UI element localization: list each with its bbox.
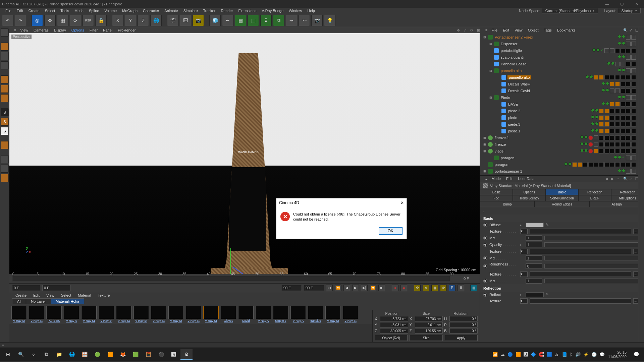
poly-mode-icon[interactable] (1, 94, 9, 102)
color-picker-icon[interactable]: ✎ (546, 223, 551, 227)
grid2-icon[interactable] (1, 165, 9, 173)
param-expand-icon[interactable]: ▸ (520, 243, 524, 246)
mat-menu-texture[interactable]: Texture (94, 293, 113, 298)
tag-icon[interactable] (621, 88, 625, 93)
tag-icon[interactable] (626, 149, 631, 154)
tag-icon[interactable] (599, 109, 604, 113)
tag-icon[interactable] (578, 162, 582, 167)
taskbar-app-icon[interactable]: 🟩 (129, 349, 142, 360)
taskbar-app-icon[interactable]: 🅰 (168, 349, 180, 360)
tag-icon[interactable] (631, 88, 636, 93)
tag-icon[interactable] (588, 135, 593, 140)
goto-end-icon[interactable]: ⏭ (378, 285, 385, 291)
prev-frame-icon[interactable]: ◀ (343, 285, 350, 291)
param-slider[interactable] (544, 279, 641, 283)
vis-editor-icon[interactable] (564, 162, 568, 166)
attr-tab-round-edges[interactable]: Round Edges (535, 201, 589, 207)
tag-icon[interactable] (626, 68, 631, 73)
point-mode-icon[interactable] (1, 75, 9, 83)
vis-render-icon[interactable] (595, 109, 598, 112)
param-enable-radio[interactable] (483, 256, 487, 260)
param-value-field[interactable]: 1 (526, 278, 542, 284)
coord-size-select[interactable]: Size (410, 335, 442, 341)
attr-collapse-icon[interactable]: ⌄ (480, 207, 644, 215)
view-rotate-icon[interactable]: ⟳ (468, 27, 473, 33)
tag-icon[interactable] (599, 122, 604, 127)
attr-tab-options[interactable]: Options (513, 189, 546, 195)
tag-icon[interactable] (615, 82, 620, 86)
model-mode-icon[interactable] (1, 43, 9, 51)
vis-editor-icon[interactable] (614, 156, 617, 159)
tag-icon[interactable] (615, 48, 620, 53)
tray-icon[interactable]: ⚡ (583, 352, 589, 357)
instance-icon[interactable]: ⧉ (273, 15, 284, 26)
param-value-field[interactable]: 1 (526, 235, 542, 241)
vis-editor-icon[interactable] (580, 149, 584, 152)
vis-render-icon[interactable] (606, 82, 609, 85)
tag-icon[interactable] (604, 149, 609, 154)
enable-check-icon[interactable]: ✓ (600, 48, 604, 52)
material-swatch[interactable]: PLASTIC (46, 306, 62, 322)
object-row[interactable]: piede.1 (482, 128, 643, 134)
tag-icon[interactable] (626, 35, 631, 40)
tree-twisty-icon[interactable]: ⊟ (489, 69, 493, 72)
viewmenu-filter[interactable]: Filter (87, 27, 100, 33)
key-sel-icon[interactable]: ⚙ (414, 285, 421, 291)
material-swatch[interactable]: V-Ray St (29, 306, 44, 322)
viewmenu-view[interactable]: View (17, 27, 31, 33)
vis-render-icon[interactable] (622, 169, 625, 172)
mat-menu-material[interactable]: Material (74, 293, 94, 298)
prev-key-icon[interactable]: ⏪ (335, 285, 341, 291)
taskbar-app-icon[interactable]: 🟧 (104, 349, 116, 360)
tag-icon[interactable] (631, 42, 636, 46)
vis-render-icon[interactable] (622, 68, 625, 72)
material-swatch[interactable]: simple c (273, 306, 288, 322)
object-row[interactable]: paragon✓ (482, 155, 643, 161)
tray-icon[interactable]: 🟧 (516, 352, 521, 357)
menu-mograph[interactable]: MoGraph (119, 8, 140, 13)
tag-icon[interactable] (588, 162, 593, 167)
enable-check-icon[interactable]: ✓ (622, 156, 625, 159)
taskbar-app-icon[interactable]: 🦊 (117, 349, 129, 360)
next-key-icon[interactable]: ⏩ (370, 285, 376, 291)
attr-tab-bump[interactable]: Bump (480, 201, 535, 207)
material-swatch[interactable]: V-Ray St (116, 306, 131, 322)
object-row[interactable]: piede.3 (482, 121, 643, 128)
next-frame-icon[interactable]: ▶| (361, 285, 368, 291)
param-enable-radio[interactable] (483, 243, 487, 247)
tag-icon[interactable] (610, 88, 614, 93)
tag-icon[interactable] (631, 35, 636, 40)
field-icon[interactable]: ⇥ (286, 15, 297, 26)
objmgr-menu-object[interactable]: Object (525, 27, 541, 33)
key-pos-icon[interactable]: ✥ (423, 285, 429, 291)
material-swatch[interactable]: V-Ray St (133, 306, 149, 322)
tag-icon[interactable] (631, 122, 636, 127)
object-name[interactable]: piede.3 (507, 122, 521, 126)
tag-icon[interactable] (626, 109, 631, 113)
tag-icon[interactable] (610, 102, 614, 107)
objmgr-tool-icon[interactable]: ❏ (633, 27, 638, 33)
coord-rot-field[interactable]: 0 ° (449, 322, 478, 327)
material-swatch[interactable]: V-Ray St (186, 306, 201, 322)
vis-render-icon[interactable] (568, 162, 572, 166)
psr-icon[interactable]: PSR (83, 15, 94, 26)
texture-slot[interactable] (530, 249, 631, 254)
object-row[interactable]: ⊟Portadispenser 2 Forex (482, 34, 643, 41)
vis-editor-icon[interactable] (580, 135, 584, 139)
color-picker-icon[interactable]: ✎ (546, 292, 551, 297)
object-name[interactable]: Portadispenser 2 Forex (494, 35, 534, 39)
object-name[interactable]: BASE (507, 102, 519, 106)
tag-icon[interactable] (621, 82, 625, 86)
viewmenu-display[interactable]: Display (51, 27, 69, 33)
coord-size-field[interactable]: 2.011 cm (415, 322, 443, 327)
tag-icon[interactable] (626, 142, 631, 147)
lock-icon[interactable]: 🔒 (95, 15, 107, 26)
vis-render-icon[interactable] (622, 42, 625, 45)
tag-icon[interactable] (626, 162, 631, 167)
window-minimize[interactable]: — (600, 0, 614, 8)
tag-icon[interactable] (631, 135, 636, 140)
tag-icon[interactable] (621, 142, 625, 147)
tag-icon[interactable] (588, 149, 593, 154)
subdiv-icon[interactable]: ▦ (235, 15, 246, 26)
material-swatch[interactable]: V-Ray A (64, 306, 79, 322)
